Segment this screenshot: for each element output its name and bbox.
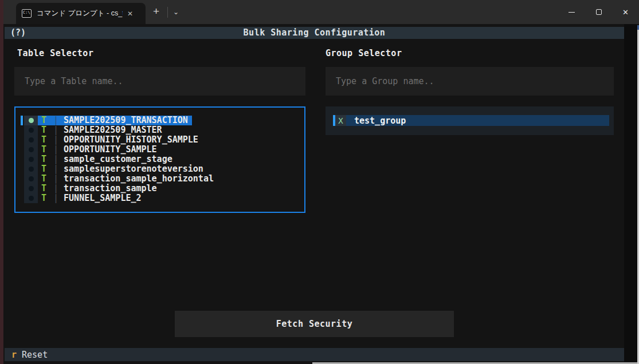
separator: | [53, 184, 58, 193]
group-list: Xtest_group [326, 106, 614, 135]
table-type-label: T [41, 174, 46, 184]
cursor-bar [21, 155, 23, 164]
table-type-label: T [41, 125, 46, 135]
tab-title: コマンド プロンプト - cs_tools tool [37, 9, 123, 18]
separator: | [53, 125, 58, 135]
table-row[interactable]: T|OPPORTUNITY_SAMPLE [15, 145, 304, 155]
table-type-label: T [41, 193, 46, 203]
selection-dot-icon [29, 157, 34, 162]
table-name: SAMPLE202509_MASTER [64, 125, 162, 135]
bullet-chip [24, 155, 38, 164]
group-name: test_group [346, 116, 406, 126]
separator: | [53, 193, 58, 203]
separator: | [53, 164, 58, 174]
minimize-button[interactable] [558, 0, 585, 24]
selection-dot-icon [29, 167, 34, 172]
terminal-tab[interactable]: C:\ コマンド プロンプト - cs_tools tool ✕ [16, 3, 146, 24]
table-name: transaction_sample_horizontal [64, 174, 214, 184]
group-search-input[interactable] [326, 67, 614, 96]
selection-dot-icon [29, 186, 34, 191]
titlebar: C:\ コマンド プロンプト - cs_tools tool ✕ + ⌄ ✕ [3, 0, 639, 24]
table-search-input[interactable] [14, 67, 305, 96]
separator: | [53, 135, 58, 145]
titlebar-divider [167, 7, 168, 18]
cursor-bar [21, 135, 23, 145]
cursor-bar [21, 193, 23, 203]
selection-dot-icon [29, 147, 34, 152]
group-selector-heading: Group Selector [326, 48, 402, 58]
window-left-edge [0, 0, 3, 364]
selection-dot-icon [29, 128, 34, 133]
selection-dot-icon [29, 176, 34, 181]
table-type-label: T [41, 135, 46, 145]
bullet-chip [24, 116, 38, 125]
separator: | [53, 174, 58, 184]
window-controls: ✕ [558, 0, 639, 24]
bullet-chip [24, 184, 38, 193]
table-row[interactable]: T|sample_customer_stage [15, 155, 304, 164]
remove-group-icon[interactable]: X [335, 115, 346, 126]
maximize-button[interactable] [585, 0, 612, 24]
table-name: FUNNEL_SAMPLE_2 [64, 193, 141, 203]
bullet-chip [24, 135, 38, 145]
scrollbar-gutter[interactable] [624, 24, 637, 364]
page-title: Bulk Sharing Configuration [5, 27, 624, 39]
bullet-chip [24, 164, 38, 174]
terminal-window: C:\ コマンド プロンプト - cs_tools tool ✕ + ⌄ ✕ (… [0, 0, 639, 364]
table-row[interactable]: T|transaction_sample_horizontal [15, 174, 304, 184]
table-name: SAMPLE202509_TRANSACTION [64, 116, 188, 125]
cursor-bar [21, 164, 23, 174]
table-type-label: T [41, 164, 46, 174]
footer-bar[interactable]: r Reset [5, 348, 624, 361]
table-name: transaction_sample [64, 184, 157, 193]
close-icon: ✕ [622, 9, 629, 16]
separator: | [53, 116, 58, 125]
table-selector-heading: Table Selector [17, 48, 93, 58]
cursor-bar [21, 174, 23, 184]
bullet-chip [24, 145, 38, 155]
separator: | [53, 145, 58, 155]
bullet-chip [24, 125, 38, 135]
separator: | [53, 155, 58, 164]
reset-shortcut-label: Reset [22, 350, 48, 360]
table-list: T|SAMPLE202509_TRANSACTIONT|SAMPLE202509… [14, 106, 305, 213]
tab-close-icon[interactable]: ✕ [127, 10, 133, 18]
group-highlight: test_group [346, 115, 609, 126]
selection-dot-icon [29, 196, 34, 201]
bullet-chip [24, 174, 38, 184]
close-button[interactable]: ✕ [612, 0, 639, 24]
fetch-security-button[interactable]: Fetch Security [175, 311, 454, 337]
bullet-chip [24, 193, 38, 203]
table-row[interactable]: T|FUNNEL_SAMPLE_2 [15, 193, 304, 203]
cursor-bar [21, 184, 23, 193]
maximize-icon [596, 9, 602, 15]
group-row[interactable]: Xtest_group [326, 115, 614, 126]
cursor-bar [21, 116, 23, 125]
cursor-bar [21, 125, 23, 135]
table-row[interactable]: T|SAMPLE202509_MASTER [15, 125, 304, 135]
cursor-bar [21, 145, 23, 155]
table-type-label: T [41, 155, 46, 164]
minimize-icon [569, 12, 575, 13]
selection-dot-icon [29, 118, 34, 123]
reset-shortcut-key: r [11, 350, 17, 360]
table-row[interactable]: T|samplesuperstorenoteversion [15, 164, 304, 174]
table-row[interactable]: T|SAMPLE202509_TRANSACTION [15, 116, 304, 125]
table-row[interactable]: T|OPPORTUNITY_HISTORY_SAMPLE [15, 135, 304, 145]
selection-dot-icon [29, 137, 34, 143]
table-type-label: T [41, 116, 46, 125]
table-name: OPPORTUNITY_SAMPLE [64, 145, 157, 155]
new-tab-button[interactable]: + [153, 0, 159, 24]
table-type-label: T [41, 184, 46, 193]
table-row[interactable]: T|transaction_sample [15, 184, 304, 193]
cmd-prompt-icon: C:\ [22, 9, 32, 18]
table-name: sample_customer_stage [64, 155, 173, 164]
app-header-bar: (?) Bulk Sharing Configuration [5, 27, 624, 39]
table-name: samplesuperstorenoteversion [64, 164, 203, 174]
tab-dropdown-icon[interactable]: ⌄ [173, 0, 179, 24]
table-name: OPPORTUNITY_HISTORY_SAMPLE [64, 135, 198, 145]
table-type-label: T [41, 145, 46, 155]
